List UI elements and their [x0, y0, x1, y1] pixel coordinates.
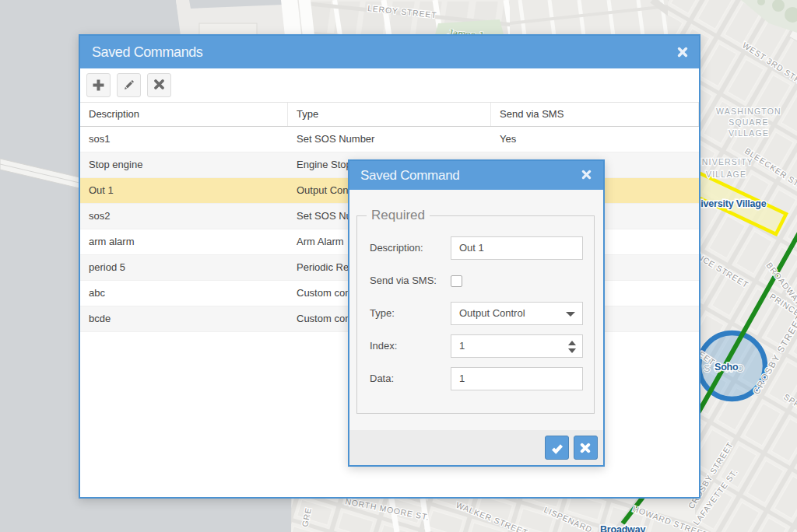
svg-text:VILLAGE: VILLAGE	[729, 128, 769, 138]
svg-text:WASHINGTON: WASHINGTON	[716, 107, 781, 116]
svg-text:VILLAGE: VILLAGE	[706, 170, 746, 179]
svg-text:SQUARE: SQUARE	[729, 117, 769, 127]
svg-text:Soho: Soho	[714, 362, 739, 373]
svg-text:UNIVERSITY: UNIVERSITY	[695, 157, 753, 166]
svg-text:Broadway: Broadway	[600, 524, 645, 532]
